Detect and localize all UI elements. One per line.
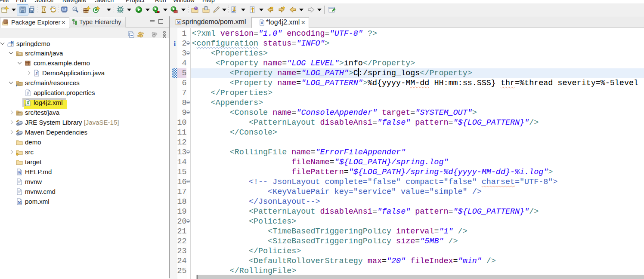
svg-text:M: M [176, 20, 181, 25]
svg-text:X: X [27, 101, 30, 105]
svg-text:W: W [18, 171, 21, 174]
svg-text:X: X [260, 21, 263, 25]
svg-text:J: J [35, 71, 38, 76]
svg-text:M: M [18, 199, 22, 204]
svg-text:J: J [11, 43, 13, 47]
